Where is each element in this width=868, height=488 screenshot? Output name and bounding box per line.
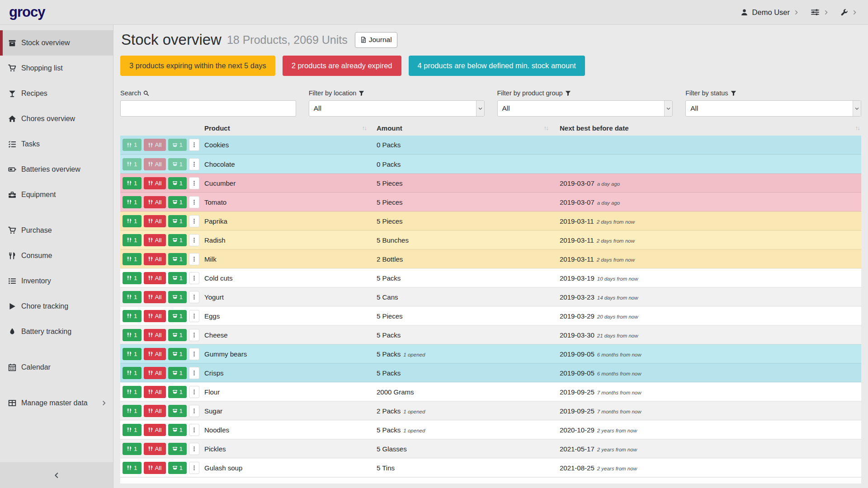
consume-one-button[interactable]: 1 <box>123 367 142 379</box>
sidebar-item-calendar[interactable]: Calendar <box>0 355 113 380</box>
consume-one-button[interactable]: 1 <box>123 348 142 360</box>
open-one-button[interactable]: 1 <box>168 158 187 170</box>
row-menu-button[interactable] <box>189 462 199 474</box>
open-one-button[interactable]: 1 <box>168 424 187 436</box>
user-menu[interactable]: Demo User <box>741 8 799 17</box>
open-one-button[interactable]: 1 <box>168 177 187 189</box>
open-one-button[interactable]: 1 <box>168 386 187 398</box>
sidebar-item-stock-overview[interactable]: Stock overview <box>0 30 113 56</box>
row-menu-button[interactable] <box>189 443 199 455</box>
consume-one-button[interactable]: 1 <box>123 272 142 284</box>
row-menu-button[interactable] <box>189 310 199 322</box>
open-one-button[interactable]: 1 <box>168 367 187 379</box>
sidebar-item-inventory[interactable]: Inventory <box>0 268 113 294</box>
open-one-button[interactable]: 1 <box>168 443 187 455</box>
consume-one-button[interactable]: 1 <box>123 253 142 265</box>
sidebar-item-battery-tracking[interactable]: Battery tracking <box>0 319 113 344</box>
app-logo[interactable]: grocy <box>9 4 45 20</box>
consume-all-button[interactable]: All <box>144 443 166 455</box>
consume-all-button[interactable]: All <box>144 367 166 379</box>
row-menu-button[interactable] <box>189 272 199 284</box>
status-filter-select[interactable]: All <box>685 100 861 117</box>
consume-one-button[interactable]: 1 <box>123 139 142 151</box>
journal-button[interactable]: Journal <box>355 32 397 48</box>
consume-one-button[interactable]: 1 <box>123 310 142 322</box>
consume-all-button[interactable]: All <box>144 291 166 303</box>
search-input[interactable] <box>120 100 296 117</box>
sidebar-item-chores-overview[interactable]: Chores overview <box>0 106 113 131</box>
consume-one-button[interactable]: 1 <box>123 443 142 455</box>
settings-menu[interactable] <box>811 8 829 17</box>
row-menu-button[interactable] <box>189 253 199 265</box>
consume-all-button[interactable]: All <box>144 462 166 474</box>
consume-all-button[interactable]: All <box>144 139 166 151</box>
consume-one-button[interactable]: 1 <box>123 291 142 303</box>
alert-badge-danger[interactable]: 2 products are already expired <box>283 56 401 76</box>
consume-all-button[interactable]: All <box>144 272 166 284</box>
row-menu-button[interactable] <box>189 234 199 246</box>
sidebar-item-purchase[interactable]: Purchase <box>0 218 113 243</box>
sidebar-item-shopping-list[interactable]: Shopping list <box>0 56 113 81</box>
consume-one-button[interactable]: 1 <box>123 215 142 227</box>
consume-one-button[interactable]: 1 <box>123 329 142 341</box>
open-one-button[interactable]: 1 <box>168 348 187 360</box>
consume-one-button[interactable]: 1 <box>123 386 142 398</box>
sidebar-item-consume[interactable]: Consume <box>0 243 113 268</box>
date-column-header[interactable]: Next best before date ↑↓ <box>550 122 861 136</box>
sidebar-collapse-button[interactable] <box>0 462 113 488</box>
row-menu-button[interactable] <box>189 139 199 151</box>
alert-badge-info[interactable]: 4 products are below defined min. stock … <box>409 56 585 76</box>
consume-one-button[interactable]: 1 <box>123 462 142 474</box>
consume-all-button[interactable]: All <box>144 177 166 189</box>
consume-all-button[interactable]: All <box>144 424 166 436</box>
consume-all-button[interactable]: All <box>144 158 166 170</box>
alert-badge-warning[interactable]: 3 products expiring within the next 5 da… <box>120 56 275 76</box>
open-one-button[interactable]: 1 <box>168 215 187 227</box>
open-one-button[interactable]: 1 <box>168 329 187 341</box>
row-menu-button[interactable] <box>189 386 199 398</box>
consume-all-button[interactable]: All <box>144 310 166 322</box>
open-one-button[interactable]: 1 <box>168 139 187 151</box>
consume-one-button[interactable]: 1 <box>123 177 142 189</box>
open-one-button[interactable]: 1 <box>168 291 187 303</box>
open-one-button[interactable]: 1 <box>168 272 187 284</box>
location-filter-select[interactable]: All <box>309 100 485 117</box>
amount-column-header[interactable]: Amount ↑↓ <box>368 122 550 136</box>
consume-one-button[interactable]: 1 <box>123 158 142 170</box>
product-group-filter-select[interactable]: All <box>497 100 673 117</box>
consume-all-button[interactable]: All <box>144 348 166 360</box>
sidebar-item-recipes[interactable]: Recipes <box>0 81 113 106</box>
row-menu-button[interactable] <box>189 196 199 208</box>
row-menu-button[interactable] <box>189 329 199 341</box>
consume-one-button[interactable]: 1 <box>123 234 142 246</box>
sidebar-item-manage-master-data[interactable]: Manage master data <box>0 390 113 416</box>
row-menu-button[interactable] <box>189 348 199 360</box>
product-column-header[interactable]: Product ↑↓ <box>202 122 368 136</box>
consume-all-button[interactable]: All <box>144 196 166 208</box>
open-one-button[interactable]: 1 <box>168 462 187 474</box>
consume-all-button[interactable]: All <box>144 386 166 398</box>
sidebar-item-tasks[interactable]: Tasks <box>0 131 113 157</box>
row-menu-button[interactable] <box>189 291 199 303</box>
row-menu-button[interactable] <box>189 158 199 170</box>
sidebar-item-batteries-overview[interactable]: Batteries overview <box>0 157 113 182</box>
open-one-button[interactable]: 1 <box>168 234 187 246</box>
sidebar-item-equipment[interactable]: Equipment <box>0 182 113 207</box>
open-one-button[interactable]: 1 <box>168 405 187 417</box>
sidebar-item-chore-tracking[interactable]: Chore tracking <box>0 294 113 319</box>
consume-one-button[interactable]: 1 <box>123 196 142 208</box>
admin-menu[interactable] <box>840 9 857 16</box>
row-menu-button[interactable] <box>189 405 199 417</box>
consume-one-button[interactable]: 1 <box>123 424 142 436</box>
consume-all-button[interactable]: All <box>144 234 166 246</box>
consume-all-button[interactable]: All <box>144 215 166 227</box>
row-menu-button[interactable] <box>189 215 199 227</box>
open-one-button[interactable]: 1 <box>168 253 187 265</box>
open-one-button[interactable]: 1 <box>168 310 187 322</box>
consume-one-button[interactable]: 1 <box>123 405 142 417</box>
consume-all-button[interactable]: All <box>144 329 166 341</box>
consume-all-button[interactable]: All <box>144 253 166 265</box>
consume-all-button[interactable]: All <box>144 405 166 417</box>
row-menu-button[interactable] <box>189 177 199 189</box>
open-one-button[interactable]: 1 <box>168 196 187 208</box>
